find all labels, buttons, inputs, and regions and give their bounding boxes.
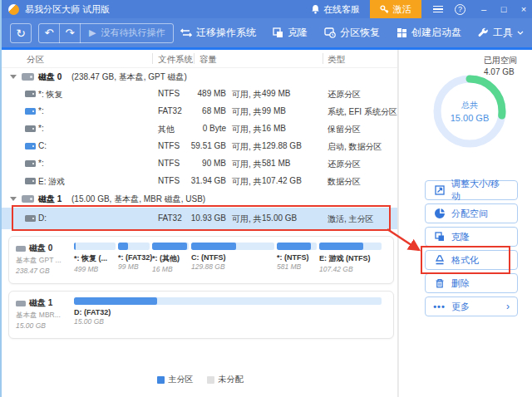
redo-button[interactable]: ↷ xyxy=(60,23,81,43)
partition-icon xyxy=(25,215,36,222)
expand-arrow-icon[interactable] xyxy=(10,75,17,79)
chevron-right-icon: › xyxy=(506,301,510,312)
disk0-map-label: 磁盘 0 基本盘 GPT ... 238.47 GB xyxy=(16,243,67,277)
refresh-button[interactable]: ↻ xyxy=(10,23,32,43)
donut-total-label: 总共 xyxy=(461,100,478,111)
app-window: 易我分区大师 试用版 在线客服 激活 ? – □ × xyxy=(0,0,532,397)
maximize-button[interactable]: □ xyxy=(494,4,514,14)
delete-button[interactable]: 删除 xyxy=(425,273,518,293)
partition-icon xyxy=(25,178,36,184)
partition-icon xyxy=(25,91,36,97)
clone-icon xyxy=(434,232,445,243)
clone-button-sidebar[interactable]: 克隆 xyxy=(425,227,518,247)
map-block[interactable]: E: 游戏 (NTFS) 107.42 GB xyxy=(319,243,382,277)
unallocated-swatch xyxy=(207,376,214,384)
usage-donut-chart: 总共 15.00 GB xyxy=(430,71,510,151)
activate-button[interactable]: 激活 xyxy=(370,0,421,18)
partition-row[interactable]: E: 游戏 NTFS 31.94 GB 可用, 共 107.42 GB 数据分区 xyxy=(2,173,397,190)
resize-icon xyxy=(434,185,445,196)
tools-menu-button[interactable]: 工具 xyxy=(478,26,524,40)
partition-row[interactable]: *: 其他 0 Byte 可用, 共 16 MB 保留分区 xyxy=(2,120,397,138)
disk-icon xyxy=(16,301,26,306)
partition-row[interactable]: *: 恢复 NTFS 489 MB 可用, 共 499 MB 还原分区 xyxy=(2,86,397,103)
col-capacity: 容量 xyxy=(200,54,217,66)
table-header: 分区 文件系统 容量 类型 xyxy=(2,50,397,68)
map-block[interactable]: *: (FAT32) 99 MB xyxy=(118,243,150,277)
partition-row[interactable]: *: NTFS 90 MB 可用, 共 581 MB 还原分区 xyxy=(2,155,397,173)
execute-operations-button[interactable]: ▶ 没有待执行操作 xyxy=(81,27,173,39)
partition-recovery-button[interactable]: 分区恢复 xyxy=(324,26,380,40)
col-type: 类型 xyxy=(328,54,345,66)
map-block[interactable]: *: (NTFS) 581 MB xyxy=(277,243,317,277)
titlebar: 易我分区大师 试用版 在线客服 激活 ? – □ × xyxy=(2,0,532,18)
app-logo-icon xyxy=(8,4,19,15)
menu-icon[interactable] xyxy=(433,6,443,13)
minimize-button[interactable]: – xyxy=(474,4,494,14)
expand-arrow-icon[interactable] xyxy=(10,197,17,201)
refresh-icon: ↻ xyxy=(16,27,26,40)
key-icon xyxy=(380,5,389,14)
legend: 主分区 未分配 xyxy=(2,374,398,385)
pie-icon xyxy=(434,208,445,219)
col-filesystem: 文件系统 xyxy=(158,54,193,66)
create-boot-disk-button[interactable]: 创建启动盘 xyxy=(397,26,461,40)
wrench-icon xyxy=(478,27,489,38)
migrate-arrows-icon xyxy=(180,28,192,37)
operation-queue-group: ↶ ↷ ▶ 没有待执行操作 xyxy=(38,23,174,43)
donut-total-value: 15.00 GB xyxy=(451,113,489,123)
partition-row-selected[interactable]: D: FAT32 10.93 GB 可用, 共 15.00 GB 激活, 主分区 xyxy=(2,208,397,229)
close-button[interactable]: × xyxy=(514,4,532,14)
allocate-space-button[interactable]: 分配空间 xyxy=(425,203,518,223)
col-partition: 分区 xyxy=(27,54,44,66)
partition-icon xyxy=(25,143,36,149)
donut-used-legend: 已用空间 4.07 GB xyxy=(484,55,517,78)
ellipsis-icon: ••• xyxy=(434,301,445,312)
map-block[interactable]: C: (NTFS) 129.88 GB xyxy=(191,243,274,277)
partition-icon xyxy=(25,108,36,115)
app-title: 易我分区大师 试用版 xyxy=(25,3,110,16)
resize-move-button[interactable]: 调整大小/移动 xyxy=(425,180,518,200)
redo-icon: ↷ xyxy=(66,27,75,39)
online-service-button[interactable]: 在线客服 xyxy=(311,3,360,16)
disk-icon xyxy=(22,73,34,81)
map-block-selected[interactable]: D: (FAT32) 15.00 GB xyxy=(74,297,382,332)
toolbar: ↻ ↶ ↷ ▶ 没有待执行操作 迁移操作系统 xyxy=(2,18,532,47)
chevron-down-icon xyxy=(517,31,524,35)
help-icon[interactable]: ? xyxy=(455,4,466,15)
disk1-map-label: 磁盘 1 基本盘 MBR... 15.00 GB xyxy=(16,297,67,332)
partition-icon xyxy=(25,125,36,132)
format-button[interactable]: 格式化 xyxy=(425,250,518,270)
partition-recovery-icon xyxy=(324,27,336,38)
disk-row[interactable]: 磁盘 1 (15.00 GB, 基本盘, MBR 磁盘, USB) xyxy=(2,190,397,208)
trash-icon xyxy=(434,278,445,289)
partition-table: 分区 文件系统 容量 类型 磁盘 0 (238.47 GB, 基本盘, GPT … xyxy=(2,50,398,397)
clone-icon xyxy=(273,27,283,38)
format-icon xyxy=(434,255,445,266)
map-block[interactable]: *: 恢复 (... 499 MB xyxy=(74,243,116,277)
clone-button[interactable]: 克隆 xyxy=(273,26,308,40)
bell-icon xyxy=(311,4,320,14)
primary-partition-swatch xyxy=(157,376,165,384)
map-block[interactable]: *: (其他) 16 MB xyxy=(152,243,189,277)
play-icon: ▶ xyxy=(89,27,96,38)
more-button[interactable]: ••• 更多 › xyxy=(425,297,518,316)
partition-row[interactable]: C: NTFS 59.51 GB 可用, 共 129.88 GB 启动, 数据分… xyxy=(2,138,397,155)
disk-row[interactable]: 磁盘 0 (238.47 GB, 基本盘, GPT 磁盘) xyxy=(2,68,397,86)
undo-button[interactable]: ↶ xyxy=(39,23,60,43)
migrate-os-button[interactable]: 迁移操作系统 xyxy=(180,26,256,40)
sidebar: 总共 15.00 GB 已用空间 4.07 GB 调整大小/移动 xyxy=(398,50,532,397)
undo-icon: ↶ xyxy=(45,27,54,39)
disk-icon xyxy=(16,246,26,252)
partition-icon xyxy=(25,160,36,167)
disk-map-disk1: 磁盘 1 基本盘 MBR... 15.00 GB D: (FAT32) 15.0… xyxy=(8,291,394,339)
partition-row[interactable]: *: FAT32 68 MB 可用, 共 99 MB 系统, EFI 系统分区 xyxy=(2,103,397,120)
disk-map-disk0: 磁盘 0 基本盘 GPT ... 238.47 GB *: 恢复 (... 49… xyxy=(8,236,394,284)
disk-icon xyxy=(22,195,34,203)
boot-disk-icon xyxy=(397,27,407,38)
